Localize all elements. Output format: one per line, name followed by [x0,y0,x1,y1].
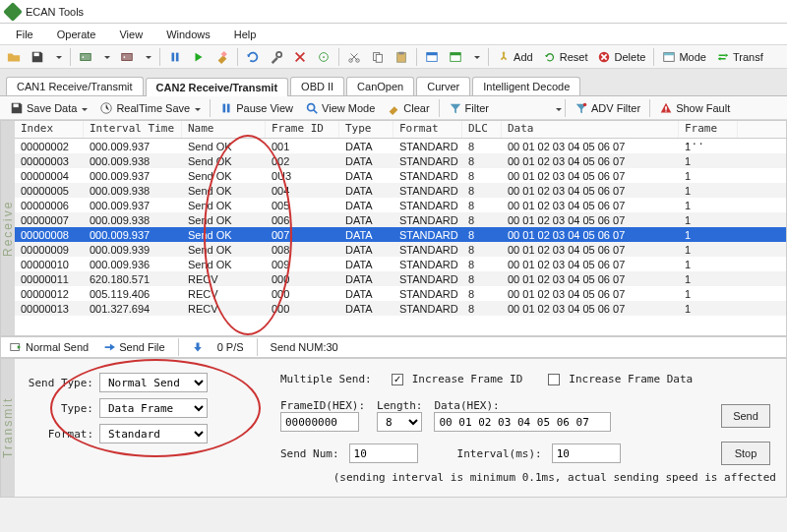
grid-body[interactable]: 00000002000.009.937Send OK001DATASTANDAR… [15,139,786,316]
device2-dropdown[interactable] [140,52,155,62]
table-row[interactable]: 00000005000.009.938Send OK004DATASTANDAR… [15,183,786,198]
scope-button[interactable] [313,48,334,66]
interval-input[interactable] [552,443,621,463]
cell-idx: 00000003 [15,155,84,167]
table-row[interactable]: 00000006000.009.937Send OK005DATASTANDAR… [15,198,786,212]
clear-button[interactable] [212,48,233,66]
showfault-button[interactable]: Show Fault [655,99,734,117]
viewmode-button[interactable]: View Mode [301,99,379,117]
type-select[interactable]: Data Frame [99,398,208,418]
sendnum-input[interactable] [349,443,418,463]
col-name[interactable]: Name [182,121,266,138]
table-row[interactable]: 00000010000.009.936Send OK009DATASTANDAR… [15,257,786,271]
table-row[interactable]: 00000009000.009.939Send OK008DATASTANDAR… [15,242,786,257]
tab-can1[interactable]: CAN1 Receive/Transmit [6,77,144,95]
play-button[interactable] [188,48,210,66]
cell-fmt: STANDARD [394,288,462,300]
svg-rect-31 [665,110,667,111]
advfilter-button[interactable]: ADV Filter [571,99,644,117]
menu-view[interactable]: View [107,27,154,42]
cell-fmt: STANDARD [394,259,462,270]
savedata-button[interactable]: Save Data [6,99,91,117]
frameid-input[interactable] [280,412,359,432]
table-row[interactable]: 00000013001.327.694RECV000DATASTANDARD80… [15,301,786,316]
cell-type: DATA [339,229,394,241]
table-row[interactable]: 00000007000.009.938Send OK006DATASTANDAR… [15,212,786,227]
format-select[interactable]: Standard [99,424,208,443]
tab-canopen[interactable]: CanOpen [346,77,414,95]
increase-framedata-checkbox[interactable] [548,374,560,385]
sendfile-button[interactable]: Send File [98,338,168,356]
paste-button[interactable] [391,48,412,66]
transfer-button[interactable]: Transf [712,48,767,66]
cell-fid: 000 [266,303,339,315]
cell-int: 000.009.936 [84,259,182,270]
filter-dropdown[interactable] [554,102,562,114]
separator [565,99,566,117]
pauseview-button[interactable]: Pause View [215,99,297,117]
tab-curver[interactable]: Curver [416,77,470,95]
sub-toolbar: Save Data RealTime Save Pause View View … [0,96,787,120]
table-row[interactable]: 00000003000.009.938Send OK002DATASTANDAR… [15,153,786,168]
svg-rect-7 [221,51,227,57]
device2-button[interactable] [116,48,138,66]
device1-dropdown[interactable] [98,52,114,62]
col-index[interactable]: Index [15,121,84,138]
table-row[interactable]: 00000002000.009.937Send OK001DATASTANDAR… [15,139,786,153]
window1-button[interactable] [421,48,443,66]
table-row[interactable]: 00000011620.180.571RECV000DATASTANDARD80… [15,271,786,286]
col-data[interactable]: Data [502,121,679,138]
cell-int: 000.009.937 [84,200,182,211]
realtimesave-button[interactable]: RealTime Save [95,99,205,117]
send-button[interactable]: Send [721,404,770,428]
open-button[interactable] [3,48,25,66]
col-frame[interactable]: Frame ... [679,121,738,138]
delete2-button[interactable]: Delete [593,48,649,66]
datahex-input[interactable] [434,412,611,432]
table-row[interactable]: 00000008000.009.937Send OK007DATASTANDAR… [15,227,786,242]
mode-button[interactable]: Mode [658,48,710,66]
cut-button[interactable] [343,48,365,66]
normalsend-button[interactable]: Normal Send [5,338,92,356]
window2-button[interactable] [445,48,466,66]
window-dropdown[interactable] [468,52,484,62]
tools-button[interactable] [266,48,287,66]
cell-fid: 007 [266,229,339,241]
save-button[interactable] [27,48,48,66]
clear-button[interactable]: Clear [383,99,433,117]
col-dlc[interactable]: DLC [462,121,502,138]
cell-idx: 00000005 [15,185,84,197]
col-interval[interactable]: Interval Time [84,121,182,138]
menu-windows[interactable]: Windows [154,27,222,42]
menu-operate[interactable]: Operate [45,27,108,42]
filter-button[interactable]: Filter [445,99,493,117]
refresh-button[interactable] [242,48,264,66]
length-select[interactable]: 8 [377,412,422,432]
menu-file[interactable]: File [4,27,45,42]
tab-intelligent[interactable]: Intelligent Decode [472,77,580,95]
device1-button[interactable] [75,48,96,66]
table-row[interactable]: 00000004000.009.937Send OK0U3DATASTANDAR… [15,168,786,183]
add-button[interactable]: Add [493,48,537,66]
cell-type: DATA [339,155,394,167]
pause-button[interactable] [164,48,186,66]
copy-button[interactable] [367,48,389,66]
reset-button[interactable]: Reset [539,48,592,66]
increase-frameid-checkbox[interactable] [392,374,403,385]
down-arrow-icon[interactable] [188,339,208,355]
cell-idx: 00000013 [15,303,84,315]
tab-obd[interactable]: OBD II [290,77,344,95]
stop-button[interactable]: Stop [721,442,770,465]
table-row[interactable]: 00000012005.119.406RECV000DATASTANDARD80… [15,286,786,301]
col-type[interactable]: Type [339,121,394,138]
cell-name: Send OK [182,214,266,226]
menu-help[interactable]: Help [222,27,269,42]
hint-label: (sending interval is minimum 0.1ms, actu… [280,471,776,484]
col-frameid[interactable]: Frame ID [266,121,339,138]
sendtype-select[interactable]: Normal Send [99,373,208,392]
col-format[interactable]: Format [394,121,462,138]
delete-button[interactable] [289,48,311,66]
cell-name: Send OK [182,185,266,197]
save-dropdown[interactable] [50,52,66,62]
tab-can2[interactable]: CAN2 Receive/Transmit [146,78,289,96]
